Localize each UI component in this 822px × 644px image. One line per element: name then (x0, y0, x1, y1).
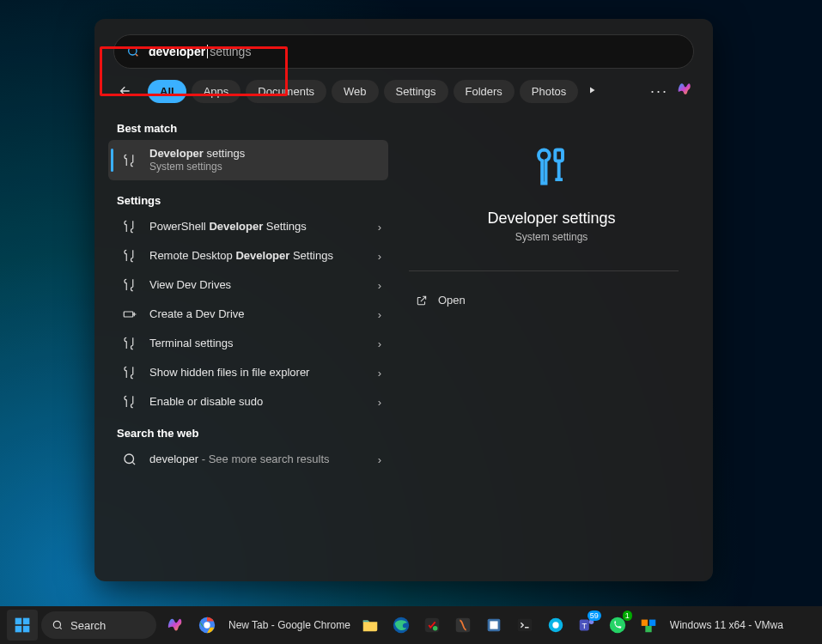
svg-rect-4 (15, 618, 22, 625)
chevron-right-icon: › (378, 221, 381, 234)
preview-subtitle: System settings (515, 231, 588, 243)
divider (409, 270, 679, 271)
tools-icon (120, 277, 139, 293)
open-icon (416, 295, 428, 307)
tools-icon (120, 336, 139, 351)
whatsapp-badge: 1 (623, 611, 632, 621)
svg-rect-24 (642, 620, 648, 626)
svg-point-0 (129, 47, 137, 55)
drive-plus-icon (120, 307, 139, 322)
tools-icon (120, 394, 139, 410)
chevron-right-icon: › (378, 250, 381, 263)
more-options-button[interactable]: ··· (650, 82, 668, 100)
result-terminal-settings[interactable]: Terminal settings › (113, 329, 388, 358)
taskbar-copilot[interactable] (163, 612, 189, 638)
tab-all[interactable]: All (148, 80, 186, 103)
tools-icon (120, 219, 139, 234)
taskbar-app-4[interactable] (543, 612, 569, 638)
tab-photos[interactable]: Photos (520, 80, 578, 103)
svg-rect-1 (124, 312, 133, 317)
search-query-rest: settings (210, 45, 251, 58)
settings-header: Settings (117, 194, 388, 207)
best-match-header: Best match (117, 122, 388, 135)
result-enable-disable-sudo[interactable]: Enable or disable sudo › (113, 387, 388, 416)
taskbar-vmware[interactable] (636, 612, 661, 638)
search-input[interactable]: developersettings (113, 34, 694, 69)
svg-rect-3 (555, 150, 563, 161)
preview-title: Developer settings (487, 210, 615, 228)
results-list: Best match Developer settings System set… (94, 110, 393, 591)
copilot-icon[interactable] (677, 81, 694, 101)
result-view-dev-drives[interactable]: View Dev Drives › (113, 270, 388, 300)
svg-point-2 (125, 454, 134, 464)
svg-point-19 (552, 622, 558, 628)
taskbar-chrome-title[interactable]: New Tab - Google Chrome (228, 619, 350, 631)
svg-rect-26 (645, 626, 651, 632)
preview-pane: Developer settings System settings Open (393, 110, 713, 591)
taskbar-chrome[interactable] (194, 612, 220, 638)
svg-rect-25 (649, 620, 655, 626)
chevron-right-icon: › (378, 279, 381, 292)
tools-icon (120, 365, 139, 380)
result-show-hidden-files[interactable]: Show hidden files in file explorer › (113, 358, 388, 387)
taskbar-search[interactable]: Search (41, 611, 156, 639)
tools-icon (120, 153, 139, 168)
chevron-right-icon: › (378, 396, 381, 409)
open-action[interactable]: Open (409, 287, 694, 313)
svg-point-8 (53, 621, 60, 628)
tab-settings[interactable]: Settings (384, 80, 448, 103)
svg-point-13 (433, 626, 438, 631)
taskbar-app-3[interactable] (481, 612, 507, 638)
search-icon (120, 452, 139, 467)
taskbar-terminal[interactable] (512, 612, 538, 638)
svg-point-10 (204, 622, 210, 628)
taskbar-vmware-title[interactable]: Windows 11 x64 - VMwa (670, 619, 783, 631)
taskbar-whatsapp[interactable]: 1 (605, 612, 630, 638)
result-powershell-dev-settings[interactable]: PowerShell Developer Settings › (113, 212, 388, 241)
taskbar-app-2[interactable] (450, 612, 476, 638)
chevron-right-icon: › (378, 337, 381, 350)
taskbar-edge[interactable] (388, 612, 414, 638)
svg-text:T: T (581, 622, 587, 630)
windows-logo-icon (14, 617, 31, 634)
tab-web[interactable]: Web (332, 80, 379, 103)
taskbar-teams[interactable]: T 59 (574, 612, 600, 638)
preview-icon (529, 144, 574, 192)
tab-documents[interactable]: Documents (246, 80, 326, 103)
svg-rect-7 (23, 626, 30, 633)
teams-badge: 59 (588, 611, 601, 621)
result-remote-desktop-dev-settings[interactable]: Remote Desktop Developer Settings › (113, 241, 388, 270)
search-icon (52, 619, 64, 631)
start-search-flyout: developersettings All Apps Documents Web… (94, 19, 713, 581)
result-create-dev-drive[interactable]: Create a Dev Drive › (113, 300, 388, 329)
search-icon (126, 45, 140, 58)
svg-rect-6 (15, 626, 22, 633)
chevron-right-icon: › (378, 308, 381, 321)
filter-tabs: All Apps Documents Web Settings Folders … (113, 79, 694, 103)
svg-rect-5 (23, 618, 30, 625)
tab-folders[interactable]: Folders (454, 80, 515, 103)
text-cursor (207, 45, 208, 58)
chevron-right-icon: › (378, 367, 381, 380)
taskbar: Search New Tab - Google Chrome T 59 1 Wi… (0, 606, 822, 644)
search-web-header: Search the web (117, 427, 388, 440)
search-query-bold: developer (149, 45, 205, 58)
svg-rect-16 (490, 621, 497, 629)
back-button[interactable] (113, 79, 137, 103)
tab-apps[interactable]: Apps (192, 80, 241, 103)
svg-rect-17 (518, 619, 533, 632)
taskbar-explorer[interactable] (357, 612, 383, 638)
result-search-web-developer[interactable]: developer - See more search results › (113, 445, 388, 474)
tools-icon (120, 248, 139, 264)
tabs-overflow-button[interactable] (587, 83, 597, 99)
taskbar-app-1[interactable] (419, 612, 445, 638)
start-button[interactable] (7, 610, 38, 641)
result-developer-settings[interactable]: Developer settings System settings (108, 140, 388, 180)
svg-point-23 (610, 617, 625, 633)
chevron-right-icon: › (378, 453, 381, 466)
